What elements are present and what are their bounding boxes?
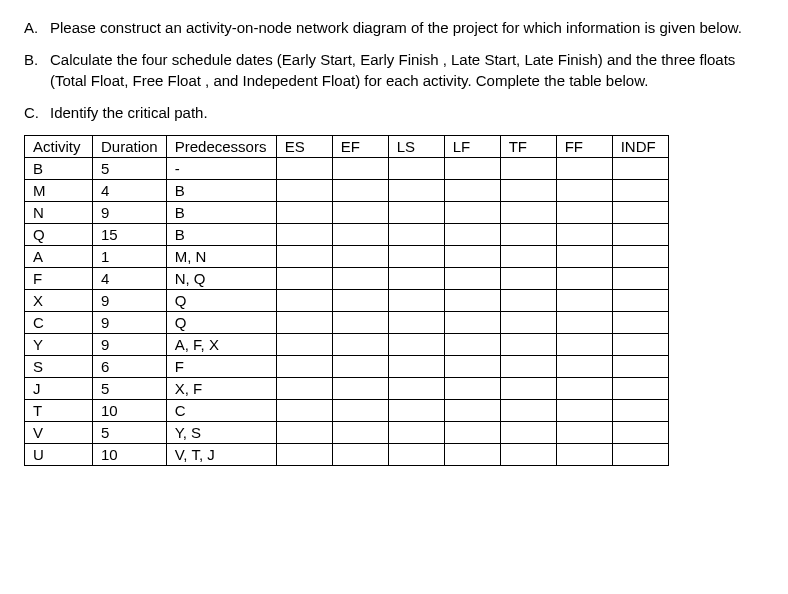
cell-activity: Y — [25, 334, 93, 356]
cell-lf — [444, 422, 500, 444]
cell-lf — [444, 356, 500, 378]
table-row: N9B — [25, 202, 669, 224]
cell-duration: 4 — [93, 180, 167, 202]
table-row: B5- — [25, 158, 669, 180]
cell-ls — [388, 422, 444, 444]
cell-predecessors: V, T, J — [166, 444, 276, 466]
cell-ls — [388, 290, 444, 312]
question-text: Calculate the four schedule dates (Early… — [50, 50, 764, 91]
cell-indf — [612, 158, 668, 180]
cell-activity: C — [25, 312, 93, 334]
cell-ff — [556, 158, 612, 180]
cell-es — [276, 378, 332, 400]
table-row: C9Q — [25, 312, 669, 334]
cell-predecessors: Q — [166, 312, 276, 334]
cell-ff — [556, 400, 612, 422]
cell-indf — [612, 180, 668, 202]
cell-ef — [332, 400, 388, 422]
cell-lf — [444, 378, 500, 400]
cell-lf — [444, 312, 500, 334]
cell-activity: J — [25, 378, 93, 400]
cell-predecessors: Y, S — [166, 422, 276, 444]
cell-duration: 9 — [93, 334, 167, 356]
cell-ff — [556, 312, 612, 334]
cell-duration: 6 — [93, 356, 167, 378]
table-row: Y9A, F, X — [25, 334, 669, 356]
cell-indf — [612, 356, 668, 378]
cell-ef — [332, 378, 388, 400]
cell-lf — [444, 246, 500, 268]
table-row: Q15B — [25, 224, 669, 246]
cell-ef — [332, 202, 388, 224]
cell-ff — [556, 224, 612, 246]
cell-ls — [388, 268, 444, 290]
cell-duration: 10 — [93, 444, 167, 466]
cell-tf — [500, 444, 556, 466]
cell-ff — [556, 334, 612, 356]
cell-lf — [444, 224, 500, 246]
cell-tf — [500, 268, 556, 290]
cell-lf — [444, 202, 500, 224]
cell-duration: 5 — [93, 422, 167, 444]
cell-ef — [332, 268, 388, 290]
cell-ff — [556, 378, 612, 400]
cell-ef — [332, 224, 388, 246]
cell-ff — [556, 422, 612, 444]
cell-ef — [332, 312, 388, 334]
cell-ef — [332, 180, 388, 202]
cell-ef — [332, 356, 388, 378]
cell-ls — [388, 334, 444, 356]
cell-es — [276, 158, 332, 180]
cell-activity: Q — [25, 224, 93, 246]
cell-ls — [388, 246, 444, 268]
question-marker: B. — [24, 50, 50, 91]
table-row: F4N, Q — [25, 268, 669, 290]
question-b: B. Calculate the four schedule dates (Ea… — [24, 50, 764, 91]
cell-es — [276, 268, 332, 290]
cell-activity: N — [25, 202, 93, 224]
cell-indf — [612, 246, 668, 268]
cell-activity: X — [25, 290, 93, 312]
cell-predecessors: X, F — [166, 378, 276, 400]
table-row: V5Y, S — [25, 422, 669, 444]
cell-indf — [612, 312, 668, 334]
cell-activity: A — [25, 246, 93, 268]
cell-ef — [332, 290, 388, 312]
cell-predecessors: M, N — [166, 246, 276, 268]
cell-es — [276, 246, 332, 268]
question-marker: A. — [24, 18, 50, 38]
question-list: A. Please construct an activity-on-node … — [24, 18, 764, 123]
cell-predecessors: C — [166, 400, 276, 422]
cell-tf — [500, 422, 556, 444]
cell-es — [276, 202, 332, 224]
col-es: ES — [276, 136, 332, 158]
cell-duration: 1 — [93, 246, 167, 268]
cell-ff — [556, 180, 612, 202]
cell-indf — [612, 224, 668, 246]
cell-indf — [612, 378, 668, 400]
cell-es — [276, 422, 332, 444]
cell-tf — [500, 180, 556, 202]
cell-ls — [388, 158, 444, 180]
cell-lf — [444, 290, 500, 312]
cell-lf — [444, 268, 500, 290]
cell-tf — [500, 356, 556, 378]
cell-activity: S — [25, 356, 93, 378]
question-text: Identify the critical path. — [50, 103, 764, 123]
cell-ls — [388, 312, 444, 334]
cell-lf — [444, 400, 500, 422]
cell-ff — [556, 356, 612, 378]
cell-predecessors: N, Q — [166, 268, 276, 290]
cell-predecessors: A, F, X — [166, 334, 276, 356]
cell-es — [276, 180, 332, 202]
question-marker: C. — [24, 103, 50, 123]
cell-duration: 9 — [93, 202, 167, 224]
cell-indf — [612, 444, 668, 466]
cell-lf — [444, 158, 500, 180]
cell-es — [276, 312, 332, 334]
cell-tf — [500, 378, 556, 400]
cell-duration: 9 — [93, 290, 167, 312]
cell-activity: M — [25, 180, 93, 202]
cell-ef — [332, 158, 388, 180]
cell-indf — [612, 202, 668, 224]
